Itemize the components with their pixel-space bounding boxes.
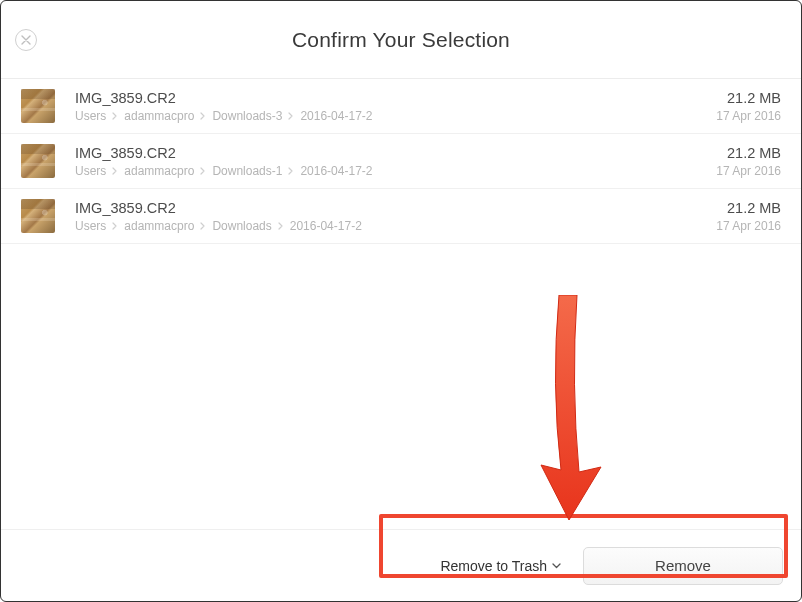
file-path: Users adammacpro Downloads 2016-04-17-2 — [75, 219, 716, 233]
remove-mode-dropdown[interactable]: Remove to Trash — [436, 552, 565, 580]
file-info: IMG_3859.CR2 Users adammacpro Downloads … — [75, 200, 716, 233]
file-meta: 21.2 MB 17 Apr 2016 — [716, 200, 781, 233]
file-info: IMG_3859.CR2 Users adammacpro Downloads-… — [75, 90, 716, 123]
file-meta: 21.2 MB 17 Apr 2016 — [716, 145, 781, 178]
close-button[interactable] — [15, 29, 37, 51]
file-thumbnail — [21, 144, 55, 178]
list-item[interactable]: IMG_3859.CR2 Users adammacpro Downloads … — [1, 189, 801, 244]
file-name: IMG_3859.CR2 — [75, 200, 716, 216]
path-segment: 2016-04-17-2 — [290, 219, 362, 233]
dialog-title: Confirm Your Selection — [292, 28, 510, 52]
file-size: 21.2 MB — [716, 200, 781, 216]
list-item[interactable]: IMG_3859.CR2 Users adammacpro Downloads-… — [1, 79, 801, 134]
dropdown-label: Remove to Trash — [440, 558, 547, 574]
remove-button[interactable]: Remove — [583, 547, 783, 585]
path-segment: 2016-04-17-2 — [300, 109, 372, 123]
file-size: 21.2 MB — [716, 145, 781, 161]
chevron-right-icon — [200, 222, 206, 230]
path-segment: adammacpro — [124, 164, 194, 178]
path-segment: Downloads-3 — [212, 109, 282, 123]
file-info: IMG_3859.CR2 Users adammacpro Downloads-… — [75, 145, 716, 178]
file-thumbnail — [21, 89, 55, 123]
file-date: 17 Apr 2016 — [716, 109, 781, 123]
path-segment: adammacpro — [124, 219, 194, 233]
chevron-right-icon — [278, 222, 284, 230]
file-list: IMG_3859.CR2 Users adammacpro Downloads-… — [1, 79, 801, 529]
path-segment: Downloads-1 — [212, 164, 282, 178]
file-date: 17 Apr 2016 — [716, 164, 781, 178]
list-item[interactable]: IMG_3859.CR2 Users adammacpro Downloads-… — [1, 134, 801, 189]
dialog-footer: Remove to Trash Remove — [1, 529, 801, 601]
path-segment: Users — [75, 219, 106, 233]
file-path: Users adammacpro Downloads-1 2016-04-17-… — [75, 164, 716, 178]
path-segment: Downloads — [212, 219, 271, 233]
file-meta: 21.2 MB 17 Apr 2016 — [716, 90, 781, 123]
path-segment: Users — [75, 164, 106, 178]
dialog-window: Confirm Your Selection IMG_3859.CR2 User… — [0, 0, 802, 602]
close-icon — [21, 35, 31, 45]
file-name: IMG_3859.CR2 — [75, 145, 716, 161]
chevron-right-icon — [288, 112, 294, 120]
path-segment: adammacpro — [124, 109, 194, 123]
file-date: 17 Apr 2016 — [716, 219, 781, 233]
file-thumbnail — [21, 199, 55, 233]
chevron-right-icon — [200, 167, 206, 175]
chevron-down-icon — [552, 563, 561, 569]
chevron-right-icon — [112, 167, 118, 175]
file-path: Users adammacpro Downloads-3 2016-04-17-… — [75, 109, 716, 123]
path-segment: Users — [75, 109, 106, 123]
chevron-right-icon — [288, 167, 294, 175]
dialog-header: Confirm Your Selection — [1, 1, 801, 79]
footer-controls: Remove to Trash Remove — [426, 539, 793, 593]
path-segment: 2016-04-17-2 — [300, 164, 372, 178]
chevron-right-icon — [112, 112, 118, 120]
chevron-right-icon — [112, 222, 118, 230]
chevron-right-icon — [200, 112, 206, 120]
file-size: 21.2 MB — [716, 90, 781, 106]
file-name: IMG_3859.CR2 — [75, 90, 716, 106]
